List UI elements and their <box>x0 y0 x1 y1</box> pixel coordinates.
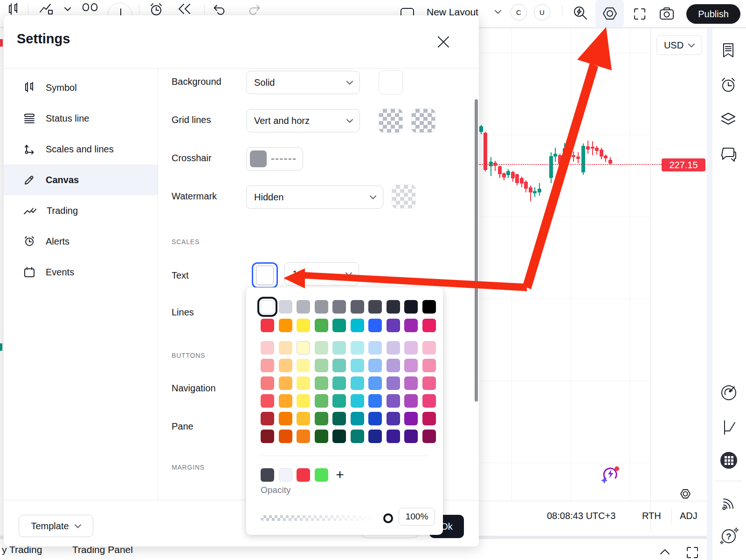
palette-swatch[interactable] <box>422 430 436 443</box>
palette-swatch[interactable] <box>297 376 310 390</box>
palette-swatch[interactable] <box>387 394 400 408</box>
palette-swatch[interactable] <box>404 412 418 425</box>
price-scale-settings-icon[interactable] <box>679 487 692 500</box>
chevron-down-icon[interactable] <box>495 10 501 14</box>
maximize-panel-button[interactable] <box>685 546 699 560</box>
palette-swatch[interactable] <box>422 359 436 372</box>
palette-swatch[interactable] <box>315 394 328 408</box>
palette-swatch[interactable] <box>368 430 382 443</box>
apps-grid-icon[interactable] <box>719 451 738 470</box>
palette-swatch[interactable] <box>387 376 400 390</box>
opacity-slider-handle[interactable] <box>383 513 393 523</box>
dialog-scrollbar[interactable] <box>475 99 478 402</box>
palette-swatch[interactable] <box>368 394 382 408</box>
help-icon[interactable]: ? <box>719 526 739 546</box>
background-select[interactable]: Solid <box>246 71 360 94</box>
chevron-down-icon[interactable] <box>64 7 71 11</box>
palette-swatch[interactable] <box>422 319 436 332</box>
palette-swatch[interactable] <box>261 394 274 408</box>
palette-swatch[interactable] <box>297 430 310 443</box>
palette-swatch[interactable] <box>332 430 346 443</box>
text-size-select[interactable]: 1 <box>284 262 359 286</box>
palette-swatch[interactable] <box>315 300 328 314</box>
palette-swatch[interactable] <box>387 319 400 332</box>
palette-swatch[interactable] <box>422 341 436 355</box>
watchlist-icon[interactable] <box>719 41 738 60</box>
palette-swatch[interactable] <box>351 359 364 372</box>
palette-swatch[interactable] <box>404 319 418 332</box>
palette-swatch[interactable] <box>261 376 274 390</box>
avatar-u[interactable]: U <box>534 4 550 20</box>
chart-style-candles-icon[interactable] <box>7 2 21 16</box>
palette-swatch[interactable] <box>297 319 310 332</box>
screener-radar-icon[interactable] <box>719 383 739 403</box>
palette-swatch[interactable] <box>261 430 274 443</box>
palette-swatch[interactable] <box>332 359 346 372</box>
palette-swatch[interactable] <box>315 319 328 332</box>
sidebar-item-trading[interactable]: Trading <box>4 195 158 226</box>
palette-swatch[interactable] <box>315 359 328 372</box>
publish-button[interactable]: Publish <box>686 4 740 24</box>
palette-swatch[interactable] <box>351 319 364 332</box>
palette-swatch[interactable] <box>279 319 292 332</box>
avatar-c[interactable]: C <box>511 4 527 20</box>
palette-swatch[interactable] <box>279 300 292 314</box>
palette-swatch[interactable] <box>261 300 274 314</box>
bar-replay-icon[interactable] <box>177 3 193 16</box>
palette-swatch[interactable] <box>261 341 274 355</box>
palette-swatch[interactable] <box>422 394 436 408</box>
palette-swatch[interactable] <box>351 430 364 443</box>
data-streams-icon[interactable] <box>719 494 738 512</box>
custom-color-swatch[interactable] <box>315 468 328 482</box>
session-badge[interactable]: RTH <box>642 511 661 521</box>
palette-swatch[interactable] <box>368 300 382 314</box>
palette-swatch[interactable] <box>404 394 418 408</box>
palette-swatch[interactable] <box>422 300 436 314</box>
clock-text[interactable]: 08:08:43 UTC+3 <box>547 511 615 521</box>
palette-swatch[interactable] <box>315 430 328 443</box>
snapshot-camera-icon[interactable] <box>659 6 675 21</box>
palette-swatch[interactable] <box>387 430 400 443</box>
alerts-icon[interactable] <box>719 75 738 94</box>
palette-swatch[interactable] <box>351 412 364 425</box>
custom-color-swatch[interactable] <box>279 468 292 482</box>
add-custom-color-button[interactable]: + <box>332 467 347 482</box>
palette-swatch[interactable] <box>351 341 364 355</box>
palette-swatch[interactable] <box>261 359 274 372</box>
template-dropdown-button[interactable]: Template <box>19 515 93 537</box>
fullscreen-icon[interactable] <box>633 7 647 21</box>
crosshair-color-swatch[interactable] <box>250 150 267 167</box>
sidebar-item-events[interactable]: Events <box>4 257 158 287</box>
palette-swatch[interactable] <box>261 412 274 425</box>
currency-dropdown[interactable]: USD <box>656 35 702 55</box>
grid-vert-color-swatch[interactable] <box>379 109 403 133</box>
palette-swatch[interactable] <box>279 359 292 372</box>
palette-swatch[interactable] <box>332 300 346 314</box>
redo-icon[interactable] <box>246 3 261 16</box>
pine-chart-icon[interactable] <box>720 418 739 437</box>
sidebar-item-symbol[interactable]: Symbol <box>4 72 158 103</box>
indicators-icon[interactable] <box>82 3 102 14</box>
palette-swatch[interactable] <box>387 300 400 314</box>
grid-horz-color-swatch[interactable] <box>411 109 435 133</box>
sidebar-item-scales-and-lines[interactable]: Scales and lines <box>4 134 158 164</box>
crosshair-style-control[interactable] <box>246 147 303 171</box>
palette-swatch[interactable] <box>404 376 418 390</box>
palette-swatch[interactable] <box>332 319 346 332</box>
background-color-swatch[interactable] <box>379 70 403 95</box>
opacity-slider-track[interactable] <box>261 515 381 521</box>
palette-swatch[interactable] <box>387 412 400 425</box>
palette-swatch[interactable] <box>404 300 418 314</box>
palette-swatch[interactable] <box>332 394 346 408</box>
palette-swatch[interactable] <box>297 412 310 425</box>
palette-swatch[interactable] <box>332 341 346 355</box>
undo-icon[interactable] <box>213 3 228 16</box>
palette-swatch[interactable] <box>368 319 382 332</box>
palette-swatch[interactable] <box>351 376 364 390</box>
palette-swatch[interactable] <box>261 319 274 332</box>
chat-icon[interactable] <box>719 144 739 164</box>
custom-color-swatch[interactable] <box>297 468 310 482</box>
chart-type-icon[interactable] <box>39 3 55 16</box>
palette-swatch[interactable] <box>351 300 364 314</box>
palette-swatch[interactable] <box>279 412 292 425</box>
